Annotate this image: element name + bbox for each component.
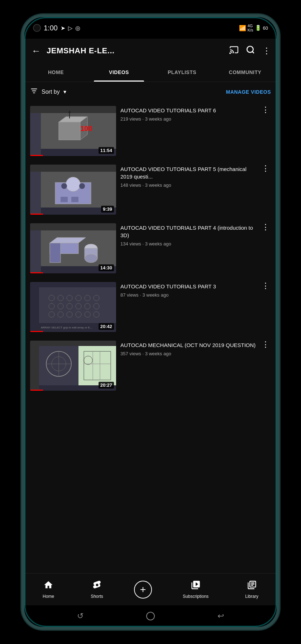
svg-point-20 [66, 177, 80, 191]
nav-subscriptions-label: Subscriptions [183, 594, 209, 599]
tab-community[interactable]: COMMUNITY [214, 63, 277, 82]
progress-bar [30, 390, 43, 391]
svg-rect-30 [50, 243, 61, 263]
svg-text:ARRAY SELECT grip to edit arra: ARRAY SELECT grip to edit array or E... [41, 326, 92, 329]
svg-point-24 [79, 183, 85, 189]
home-icon [43, 580, 53, 592]
library-icon [247, 580, 257, 592]
video-meta: 219 views · 3 weeks ago [120, 116, 256, 122]
signal-icon: 📶 [239, 25, 246, 31]
video-title: AUTOCAD VIDEO TUTORIALS PART 4 (introduc… [120, 224, 256, 239]
status-time: 1:00 [44, 24, 58, 32]
video-item[interactable]: 20:27 AUTOCAD MECHANICAL (OCT NOV 2019 Q… [24, 336, 277, 395]
video-thumbnail: 9:39 [30, 165, 116, 215]
nav-home[interactable]: Home [37, 577, 60, 602]
svg-rect-38 [39, 287, 116, 323]
search-button[interactable] [246, 45, 255, 57]
video-item[interactable]: 9:39 AUTOCAD VIDEO TUTORIALS PART 5 (mec… [24, 160, 277, 219]
progress-bar [30, 214, 43, 215]
svg-point-0 [230, 53, 230, 54]
subscriptions-icon [191, 580, 201, 592]
status-icons: 📶 4GK/s 🔋 60 [239, 24, 268, 32]
progress-bar [30, 272, 43, 273]
video-title: AUTOCAD MECHANICAL (OCT NOV 2019 QUESTIO… [120, 341, 256, 349]
svg-rect-22 [71, 197, 78, 202]
video-info: AUTOCAD VIDEO TUTORIALS PART 6 219 views… [120, 106, 256, 122]
channel-tabs: HOME VIDEOS PLAYLISTS COMMUNITY [24, 63, 277, 82]
svg-text:100: 100 [80, 125, 92, 132]
back-button[interactable]: ← [30, 44, 42, 58]
video-meta: 357 views · 3 weeks ago [120, 351, 256, 356]
video-duration: 14:30 [99, 264, 114, 271]
video-list: 100 11:54 AUTOCAD VIDEO TUTORIALS PART 6… [24, 102, 277, 573]
svg-point-1 [247, 46, 253, 52]
camera [33, 24, 41, 32]
more-menu-button[interactable]: ⋮ [262, 46, 271, 56]
svg-rect-17 [30, 172, 41, 215]
location-icon: ➤ [61, 25, 65, 31]
nav-shorts[interactable]: Shorts [85, 577, 109, 602]
video-menu-button[interactable]: ⋮ [260, 106, 271, 114]
svg-rect-61 [30, 346, 39, 391]
svg-rect-16 [30, 165, 116, 172]
svg-rect-26 [30, 223, 116, 230]
video-menu-button[interactable]: ⋮ [260, 165, 271, 172]
tab-videos[interactable]: VIDEOS [87, 63, 150, 82]
video-duration: 11:54 [99, 147, 114, 154]
svg-point-23 [61, 183, 67, 189]
video-meta: 134 views · 3 weeks ago [120, 241, 256, 247]
header-actions: ⋮ [229, 45, 271, 57]
sort-button[interactable]: Sort by ▾ [30, 87, 66, 97]
video-duration: 20:42 [99, 323, 114, 330]
nav-subscriptions[interactable]: Subscriptions [177, 577, 214, 602]
video-title: AUTOCAD VIDEO TUTORIALS PART 5 (mechanic… [120, 165, 256, 180]
video-thumbnail: ARRAY SELECT grip to edit array or E... … [30, 282, 116, 332]
svg-point-34 [85, 254, 97, 263]
video-info: AUTOCAD VIDEO TUTORIALS PART 5 (mechanic… [120, 165, 256, 188]
video-title: AUTOCAD VIDEO TUTORIALS PART 6 [120, 107, 256, 114]
video-thumbnail: 20:27 [30, 341, 116, 391]
nav-home-label: Home [43, 594, 54, 599]
video-meta: 148 views · 3 weeks ago [120, 182, 256, 188]
home-gesture [146, 612, 155, 620]
shorts-icon [92, 580, 102, 592]
chevron-down-icon: ▾ [63, 88, 66, 95]
video-item[interactable]: 100 11:54 AUTOCAD VIDEO TUTORIALS PART 6… [24, 102, 277, 160]
video-menu-button[interactable]: ⋮ [260, 341, 271, 348]
video-title: AUTOCAD VIDEO TUTORIALS PART 3 [120, 283, 256, 290]
video-item[interactable]: 14:30 AUTOCAD VIDEO TUTORIALS PART 4 (in… [24, 219, 277, 278]
nav-shorts-label: Shorts [91, 594, 103, 599]
svg-rect-7 [30, 113, 41, 156]
video-duration: 20:27 [99, 382, 114, 389]
nav-library-label: Library [245, 594, 258, 599]
svg-rect-9 [59, 122, 80, 140]
svg-rect-6 [30, 106, 116, 113]
battery-icon: 🔋 [255, 25, 262, 31]
nav-library[interactable]: Library [239, 577, 264, 602]
gesture-bar: ↺ ↩ [24, 605, 277, 627]
video-item[interactable]: ARRAY SELECT grip to edit array or E... … [24, 278, 277, 336]
svg-rect-27 [30, 230, 41, 273]
channel-header: ← JEMSHAH E-LE... ⋮ [24, 39, 277, 63]
cast-button[interactable] [229, 45, 239, 57]
cast-status-icon: ▷ [68, 25, 72, 31]
back-gesture: ↺ [77, 611, 83, 621]
progress-bar [30, 155, 43, 156]
svg-rect-37 [30, 287, 39, 332]
tab-playlists[interactable]: PLAYLISTS [150, 63, 214, 82]
tab-home[interactable]: HOME [24, 63, 87, 82]
video-menu-button[interactable]: ⋮ [260, 282, 271, 290]
progress-bar [30, 331, 43, 332]
nav-create-button[interactable] [134, 581, 152, 599]
video-thumbnail: 14:30 [30, 223, 116, 273]
sort-label: Sort by [42, 89, 60, 95]
video-thumbnail: 100 11:54 [30, 106, 116, 156]
status-bar: 1:00 ➤ ▷ ◎ 📶 4GK/s 🔋 60 [24, 17, 277, 39]
video-info: AUTOCAD VIDEO TUTORIALS PART 3 87 views … [120, 282, 256, 298]
video-menu-button[interactable]: ⋮ [260, 223, 271, 231]
filter-icon [30, 87, 38, 97]
data-speed: 4GK/s [248, 24, 253, 32]
manage-videos-button[interactable]: MANAGE VIDEOS [226, 89, 271, 95]
svg-rect-36 [30, 282, 116, 287]
sort-bar: Sort by ▾ MANAGE VIDEOS [24, 82, 277, 102]
